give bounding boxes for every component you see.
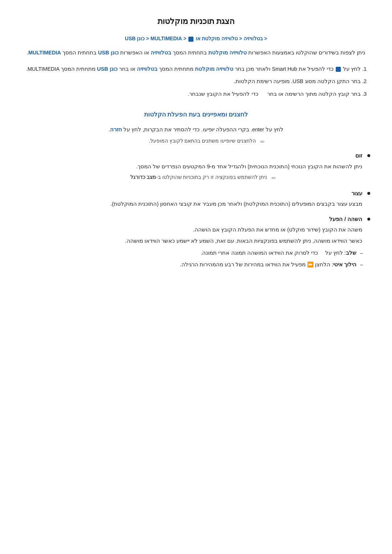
- bold-football: מצב כדורגל: [130, 174, 156, 180]
- stop-body: מבצע עצור בקבצים המופעלים (התוכנית המוקל…: [22, 200, 370, 209]
- multimedia-link2: MULTIMEDIA: [28, 50, 61, 56]
- breadcrumb: < בטלוויזיה < טלוויזיה מוקלטת או < MULTI…: [22, 34, 370, 43]
- step-1: 1. לחץ על כדי להפעיל את Smart Hub ולאחר …: [22, 65, 370, 74]
- bullet-zoom: זום ניתן להשהות את הקובץ הנוכחי (התוכנית…: [22, 151, 370, 182]
- bullet-play-pause: השהה / הפעל משהה את הקובץ (שידור מוקלט) …: [22, 214, 370, 269]
- multimedia-step1: טלוויזיה מוקלטת: [195, 66, 233, 72]
- breadcrumb-middle: < MULTIMEDIA <: [146, 36, 186, 41]
- dash-slow-step: – שלב: לחץ על כדי לסרוק את הווידאו המושה…: [36, 249, 370, 258]
- step-3: 3. בחר קובץ הקלטה מתוך הרשימה או בחר כדי…: [22, 90, 370, 99]
- intro-paragraph: ניתן לצפות בשידורים שהוקלטו באמצעות האפש…: [22, 48, 370, 57]
- bullet-dot-zoom: [367, 154, 370, 157]
- usb-step1: כונן USB: [97, 66, 118, 72]
- play-pause-body2: כאשר הווידאו מושהה, ניתן להשתמש בפונקציו…: [22, 237, 370, 246]
- bullet-dot-stop: [367, 192, 370, 195]
- zoom-body: ניתן להשהות את הקובץ הנוכחי (התוכנית הנו…: [22, 162, 370, 171]
- steps-list: 1. לחץ על כדי להפעיל את Smart Hub ולאחר …: [22, 65, 370, 99]
- pencil-icon: [260, 137, 265, 147]
- slow-label: הילוך איטי: [333, 262, 356, 267]
- breadcrumb-start: < בטלוויזיה < טלוויזיה מוקלטת או: [196, 36, 267, 41]
- step-2: 2. בחר התקן הקלטה מסוג USB. מופיעה רשימת…: [22, 77, 370, 86]
- back-link: חזרה: [110, 127, 122, 132]
- play-pause-header: השהה / הפעל: [22, 214, 370, 224]
- tv-step1: בטלוויזיה: [137, 66, 158, 72]
- play-pause-body1: משהה את הקובץ (שידור מוקלט) או מחדש את ה…: [22, 225, 370, 234]
- bullet-dot-play-pause: [367, 218, 370, 221]
- tv-link1: בטלוויזיה: [151, 50, 171, 56]
- pencil-icon-zoom: [271, 173, 276, 183]
- multimedia-step1-end: MULTIMEDIA.: [26, 66, 60, 72]
- section-title: לחצנים ומאפיינים בעת הפעלת הקלטות: [22, 110, 370, 120]
- step-label: שלב: [346, 250, 356, 256]
- usb-link1: כונן USB: [98, 50, 119, 56]
- breadcrumb-end: כונן USB: [125, 36, 144, 41]
- zoom-header: זום: [22, 151, 370, 160]
- multimedia-link1: טלוויזיה מוקלטת: [208, 50, 247, 56]
- page-title: הצגת תוכניות מוקלטות: [22, 15, 370, 28]
- zoom-note: ניתן להשתמש בפונקציה זו רק בתוכניות שהוק…: [36, 173, 370, 183]
- bullets-section: זום ניתן להשהות את הקובץ הנוכחי (התוכנית…: [22, 151, 370, 269]
- smart-hub-icon-step1: [336, 67, 341, 72]
- section-intro-main: לחץ על enter. בקרי ההפעלה יופיעו. כדי לה…: [22, 125, 370, 134]
- stop-header: עצור: [22, 189, 370, 198]
- smart-hub-icon: [188, 37, 193, 42]
- note-playback: הלחצנים שיופיעו משתנים בהתאם לקובץ המופע…: [44, 137, 370, 147]
- dash-slow-motion: – הילוך איטי: הלחצן ⏩ מפעיל את הווידאו ב…: [36, 260, 370, 269]
- bullet-stop: עצור מבצע עצור בקבצים המופעלים (התוכנית …: [22, 189, 370, 209]
